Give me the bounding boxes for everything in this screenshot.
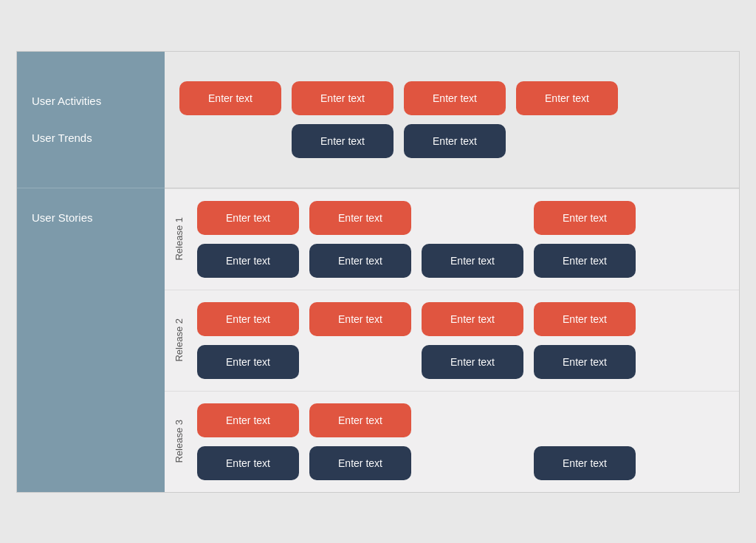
r2-r1-btn3[interactable]: Enter text (422, 302, 523, 336)
r3-r2-btn2[interactable]: Enter text (309, 446, 411, 480)
r1-r2-btn2[interactable]: Enter text (309, 244, 411, 278)
r1-r2-btn1[interactable]: Enter text (197, 244, 299, 278)
main-container: User Activities User Trends User Stories… (16, 51, 740, 493)
release-2-label: Release 2 (173, 318, 185, 362)
release-1-label-col: Release 1 (165, 189, 193, 290)
content-area: Enter text Enter text Enter text Enter t… (165, 52, 739, 492)
r1-row1: Enter text Enter text Enter text (197, 201, 729, 235)
r1-r2-btn3[interactable]: Enter text (422, 244, 523, 278)
r2-row1: Enter text Enter text Enter text Enter t… (197, 302, 729, 336)
release-3-content: Enter text Enter text Enter text Enter t… (193, 392, 739, 492)
r1-r1-btn1[interactable]: Enter text (197, 201, 299, 235)
r2-r1-btn2[interactable]: Enter text (309, 302, 411, 336)
r3-r2-btn1[interactable]: Enter text (197, 446, 299, 480)
top-r2-btn2[interactable]: Enter text (292, 124, 394, 158)
sidebar-activities: User Activities User Trends (17, 52, 165, 188)
top-r1-btn3[interactable]: Enter text (404, 81, 506, 115)
r1-r1-btn4[interactable]: Enter text (534, 201, 636, 235)
r3-r1-btn1[interactable]: Enter text (197, 403, 299, 437)
r1-row2: Enter text Enter text Enter text Enter t… (197, 244, 729, 278)
release-3-label-col: Release 3 (165, 392, 193, 492)
r2-r1-btn1[interactable]: Enter text (197, 302, 299, 336)
top-row-2: Enter text Enter text (179, 124, 724, 158)
release-1-label: Release 1 (173, 217, 185, 261)
top-r1-btn2[interactable]: Enter text (292, 81, 394, 115)
r3-row2: Enter text Enter text Enter text (197, 446, 729, 480)
top-r2-btn3[interactable]: Enter text (404, 124, 506, 158)
r2-row2: Enter text Enter text Enter text (197, 345, 729, 379)
r2-r2-btn4[interactable]: Enter text (534, 345, 636, 379)
release-2-section: Release 2 Enter text Enter text Enter te… (165, 290, 739, 391)
release-1-section: Release 1 Enter text Enter text Enter te… (165, 188, 739, 290)
release-3-section: Release 3 Enter text Enter text Enter te… (165, 391, 739, 492)
r3-row1: Enter text Enter text (197, 403, 729, 437)
sidebar: User Activities User Trends User Stories (17, 52, 165, 492)
sidebar-stories-label: User Stories (32, 211, 93, 225)
top-section: Enter text Enter text Enter text Enter t… (165, 52, 739, 188)
r2-r1-btn4[interactable]: Enter text (534, 302, 636, 336)
r3-r1-btn2[interactable]: Enter text (309, 403, 411, 437)
sidebar-stories: User Stories (17, 188, 165, 492)
sidebar-trends-label: User Trends (32, 131, 101, 146)
release-2-label-col: Release 2 (165, 290, 193, 391)
release-3-label: Release 3 (173, 420, 185, 463)
release-2-content: Enter text Enter text Enter text Enter t… (193, 290, 739, 391)
r1-r2-btn4[interactable]: Enter text (534, 244, 636, 278)
release-1-content: Enter text Enter text Enter text Enter t… (193, 189, 739, 290)
top-r1-btn4[interactable]: Enter text (516, 81, 618, 115)
r1-r1-btn2[interactable]: Enter text (309, 201, 411, 235)
top-row-1: Enter text Enter text Enter text Enter t… (179, 81, 724, 115)
top-r1-btn1[interactable]: Enter text (179, 81, 281, 115)
r2-r2-btn1[interactable]: Enter text (197, 345, 299, 379)
r2-r2-btn3[interactable]: Enter text (422, 345, 523, 379)
r3-r2-btn4[interactable]: Enter text (534, 446, 636, 480)
sidebar-activities-label: User Activities (32, 94, 101, 109)
